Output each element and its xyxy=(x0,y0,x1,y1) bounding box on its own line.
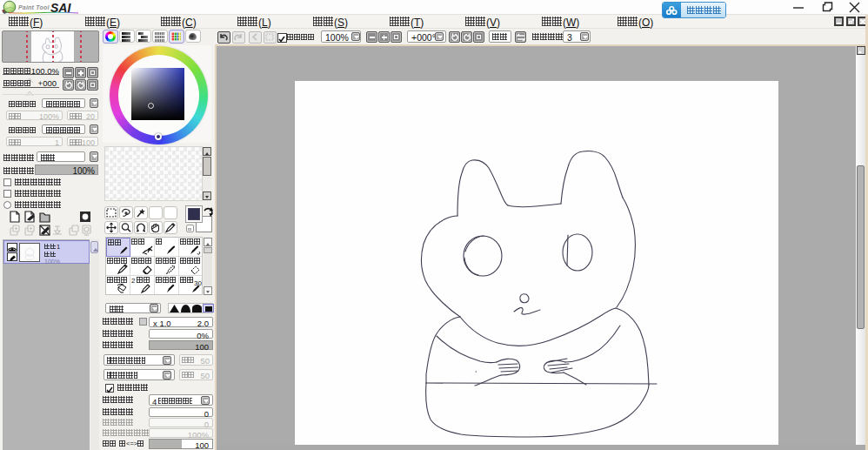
svg-text:Paint Tool: Paint Tool xyxy=(18,4,50,10)
